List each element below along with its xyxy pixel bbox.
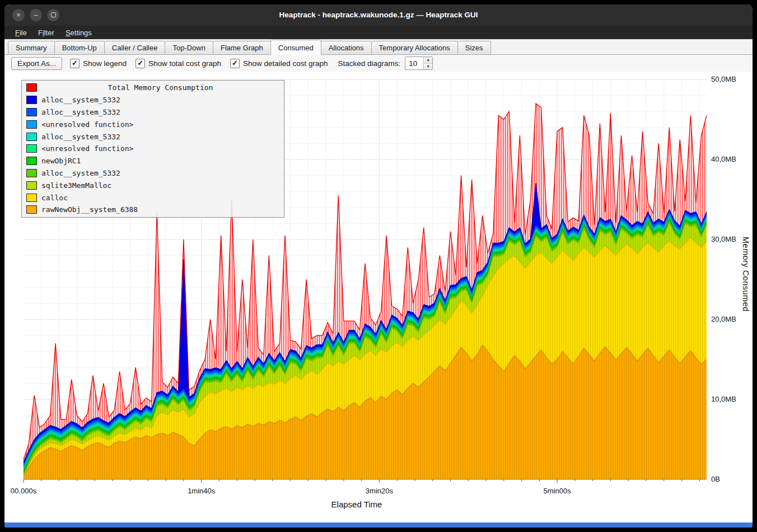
tab-bar: SummaryBottom-UpCaller / CalleeTop-DownF… bbox=[4, 39, 753, 55]
y-tick-label: 0B bbox=[711, 475, 750, 483]
tab-caller-callee[interactable]: Caller / Callee bbox=[104, 41, 166, 55]
tab-flame-graph[interactable]: Flame Graph bbox=[213, 41, 271, 55]
close-button[interactable]: × bbox=[12, 9, 25, 21]
menubar: FileFilterSettings bbox=[4, 26, 753, 39]
tab-sizes[interactable]: Sizes bbox=[457, 41, 491, 55]
x-tick-label: 5min00s bbox=[544, 487, 571, 495]
checkbox-icon: ✓ bbox=[70, 59, 80, 68]
checkbox-label: Show detailed cost graph bbox=[243, 59, 328, 68]
spinner-up-button[interactable]: ▴ bbox=[424, 57, 432, 64]
legend-row: <unresolved function> bbox=[22, 143, 284, 155]
legend-label: alloc__system_5332 bbox=[41, 108, 120, 116]
legend-row: <unresolved function> bbox=[22, 118, 284, 130]
window-title: Heaptrack - heaptrack.wakunode.1.gz — He… bbox=[4, 4, 753, 26]
legend-swatch bbox=[26, 181, 37, 190]
menu-filter[interactable]: Filter bbox=[33, 27, 59, 38]
checkbox-show-legend[interactable]: ✓Show legend bbox=[70, 59, 127, 68]
tab-temporary-allocations[interactable]: Temporary Allocations bbox=[371, 41, 458, 55]
stacked-diagrams-label: Stacked diagrams: bbox=[338, 59, 401, 68]
legend-row: alloc__system_5332 bbox=[22, 167, 284, 180]
y-tick-label: 20,0MB bbox=[711, 315, 750, 323]
bottom-accent-bar bbox=[4, 522, 753, 528]
legend-row: alloc__system_5332 bbox=[22, 130, 284, 143]
window-controls: × – bbox=[12, 9, 59, 21]
legend-swatch bbox=[26, 157, 37, 165]
export-as-button[interactable]: Export As... bbox=[11, 57, 62, 70]
tab-consumed[interactable]: Consumed bbox=[270, 40, 321, 55]
legend-label: calloc bbox=[41, 194, 68, 202]
x-axis-label: Elapsed Time bbox=[21, 500, 692, 509]
legend-label: sqlite3MemMalloc bbox=[41, 181, 111, 190]
legend-swatch bbox=[26, 96, 37, 104]
menu-settings[interactable]: Settings bbox=[60, 27, 97, 38]
chart-legend: Total Memory Consumptionalloc__system_53… bbox=[21, 80, 284, 218]
tab-bottom-up[interactable]: Bottom-Up bbox=[54, 41, 105, 55]
legend-label: <unresolved function> bbox=[41, 120, 133, 129]
legend-swatch bbox=[26, 144, 37, 153]
checkbox-label: Show legend bbox=[83, 59, 127, 68]
y-axis-label: Memory Consumed bbox=[741, 237, 750, 312]
legend-row: sqlite3MemMalloc bbox=[22, 179, 284, 191]
legend-label: alloc__system_5332 bbox=[41, 133, 120, 141]
y-tick-label: 10,0MB bbox=[711, 395, 750, 403]
checkbox-label: Show total cost graph bbox=[148, 59, 221, 68]
toolbar: Export As... ✓Show legend✓Show total cos… bbox=[4, 55, 753, 72]
legend-swatch bbox=[26, 120, 37, 129]
stacked-diagrams-spinner[interactable]: 10 ▴ ▾ bbox=[405, 57, 433, 70]
y-tick-label: 40,0MB bbox=[711, 155, 750, 163]
maximize-button[interactable] bbox=[47, 9, 59, 21]
app-window: × – Heaptrack - heaptrack.wakunode.1.gz … bbox=[4, 4, 753, 528]
tab-top-down[interactable]: Top-Down bbox=[165, 41, 213, 55]
legend-swatch bbox=[26, 205, 37, 214]
legend-row: alloc__system_5332 bbox=[22, 106, 284, 119]
legend-swatch bbox=[26, 83, 37, 92]
checkbox-icon: ✓ bbox=[230, 59, 240, 68]
tab-summary[interactable]: Summary bbox=[8, 41, 55, 55]
minimize-button[interactable]: – bbox=[30, 9, 42, 21]
y-tick-label: 50,0MB bbox=[711, 75, 750, 83]
checkbox-show-total-cost-graph[interactable]: ✓Show total cost graph bbox=[135, 59, 221, 68]
legend-label: rawNewObj__system_6388 bbox=[41, 205, 138, 214]
spinner-value: 10 bbox=[405, 59, 423, 68]
legend-title-row: Total Memory Consumption bbox=[22, 82, 284, 94]
legend-label: newObjRC1 bbox=[41, 157, 81, 165]
legend-label: alloc__system_5332 bbox=[41, 96, 120, 104]
legend-row: newObjRC1 bbox=[22, 155, 284, 167]
legend-swatch bbox=[26, 169, 37, 177]
legend-swatch bbox=[26, 133, 37, 141]
legend-row: calloc bbox=[22, 191, 284, 204]
checkbox-icon: ✓ bbox=[135, 59, 145, 68]
legend-row: rawNewObj__system_6388 bbox=[22, 204, 284, 216]
titlebar: × – Heaptrack - heaptrack.wakunode.1.gz … bbox=[4, 4, 753, 26]
legend-label: <unresolved function> bbox=[41, 144, 133, 153]
menu-file[interactable]: File bbox=[10, 27, 32, 38]
spinner-down-button[interactable]: ▾ bbox=[424, 64, 432, 70]
legend-label: alloc__system_5332 bbox=[41, 169, 120, 177]
chart-area: Total Memory Consumptionalloc__system_53… bbox=[4, 72, 753, 522]
toolbar-checkboxes: ✓Show legend✓Show total cost graph✓Show … bbox=[70, 59, 328, 68]
legend-row: alloc__system_5332 bbox=[22, 94, 284, 106]
legend-swatch bbox=[26, 108, 37, 116]
x-tick-label: 00.000s bbox=[11, 487, 36, 495]
checkbox-show-detailed-cost-graph[interactable]: ✓Show detailed cost graph bbox=[230, 59, 328, 68]
legend-swatch bbox=[26, 194, 37, 202]
legend-label: Total Memory Consumption bbox=[41, 83, 279, 92]
maximize-icon bbox=[51, 12, 56, 17]
x-tick-label: 3min20s bbox=[366, 487, 393, 495]
x-tick-label: 1min40s bbox=[188, 487, 215, 495]
spinner-arrows: ▴ ▾ bbox=[423, 57, 432, 69]
tab-allocations[interactable]: Allocations bbox=[321, 41, 372, 55]
